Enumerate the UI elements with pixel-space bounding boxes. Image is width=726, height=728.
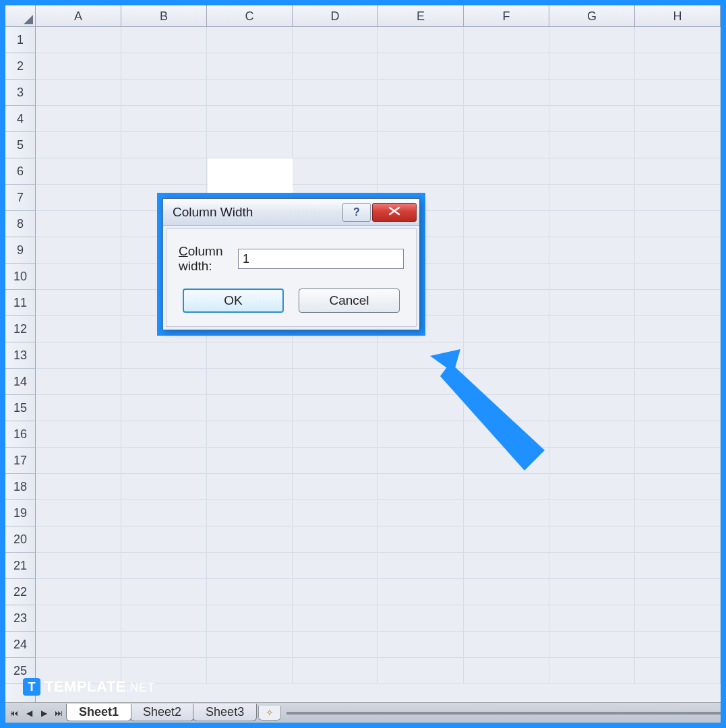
- dialog-highlight-frame: Column Width ? Column width: OK Cancel: [157, 193, 425, 336]
- spreadsheet: A B C D E F G H 1 2 3 4 5 6 7 8 9 10 11 …: [5, 5, 721, 702]
- column-header[interactable]: G: [549, 5, 635, 26]
- row-header[interactable]: 17: [5, 448, 35, 474]
- row-header[interactable]: 19: [5, 500, 35, 526]
- dialog-help-button[interactable]: ?: [342, 203, 371, 222]
- row-header[interactable]: 15: [5, 395, 35, 421]
- row-header[interactable]: 12: [5, 316, 35, 342]
- column-header[interactable]: B: [121, 5, 207, 26]
- sheet-tab-bar: ⏮ ◀ ▶ ⏭ Sheet1 Sheet2 Sheet3 ✧: [5, 702, 721, 723]
- column-width-field-row: Column width:: [179, 244, 404, 274]
- column-width-input[interactable]: [238, 249, 404, 269]
- row-header[interactable]: 22: [5, 579, 35, 605]
- tab-nav-last-icon[interactable]: ⏭: [51, 706, 66, 721]
- column-header[interactable]: D: [293, 5, 378, 26]
- sheet-tab[interactable]: Sheet2: [130, 704, 194, 721]
- column-header[interactable]: F: [464, 5, 549, 26]
- row-header[interactable]: 16: [5, 421, 35, 448]
- row-header[interactable]: 11: [5, 290, 35, 316]
- row-header[interactable]: 13: [5, 342, 35, 369]
- row-header[interactable]: 20: [5, 526, 35, 553]
- column-width-label: Column width:: [179, 244, 231, 274]
- column-width-dialog: Column Width ? Column width: OK Cancel: [162, 198, 420, 330]
- column-header[interactable]: E: [378, 5, 464, 26]
- tab-nav-buttons: ⏮ ◀ ▶ ⏭: [5, 706, 67, 721]
- row-header[interactable]: 23: [5, 605, 35, 632]
- tab-nav-prev-icon[interactable]: ◀: [22, 706, 36, 721]
- cancel-button[interactable]: Cancel: [299, 289, 400, 313]
- sheet-tab[interactable]: Sheet1: [66, 704, 131, 721]
- app-frame: A B C D E F G H 1 2 3 4 5 6 7 8 9 10 11 …: [5, 5, 721, 723]
- row-header[interactable]: 3: [5, 80, 35, 106]
- dialog-button-row: OK Cancel: [179, 289, 404, 317]
- row-header[interactable]: 21: [5, 553, 35, 579]
- active-cell-highlight: [208, 158, 293, 195]
- column-header[interactable]: A: [36, 5, 121, 26]
- dialog-titlebar[interactable]: Column Width ?: [163, 199, 419, 226]
- column-header-row: A B C D E F G H: [5, 5, 721, 27]
- tab-nav-first-icon[interactable]: ⏮: [7, 706, 22, 721]
- watermark-icon: T: [23, 678, 40, 696]
- row-header[interactable]: 24: [5, 632, 35, 658]
- row-header[interactable]: 6: [5, 158, 35, 185]
- row-header[interactable]: 8: [5, 211, 35, 237]
- close-icon: [387, 206, 402, 218]
- row-header[interactable]: 1: [5, 27, 35, 53]
- row-header[interactable]: 2: [5, 53, 35, 80]
- dialog-close-button[interactable]: [372, 203, 417, 222]
- dialog-title: Column Width: [173, 205, 342, 220]
- column-header[interactable]: C: [207, 5, 293, 26]
- row-header[interactable]: 10: [5, 264, 35, 290]
- row-header[interactable]: 4: [5, 106, 35, 132]
- tabbar-track: [286, 712, 721, 715]
- svg-marker-1: [440, 363, 545, 471]
- watermark: T TEMPLATE.NET: [23, 678, 155, 696]
- row-header[interactable]: 18: [5, 474, 35, 500]
- tab-nav-next-icon[interactable]: ▶: [36, 706, 51, 721]
- ok-button[interactable]: OK: [183, 289, 284, 313]
- watermark-text: TEMPLATE.NET: [44, 678, 155, 696]
- annotation-arrow: [423, 342, 558, 480]
- row-header[interactable]: 5: [5, 132, 35, 158]
- row-header[interactable]: 14: [5, 369, 35, 395]
- row-header-column: 1 2 3 4 5 6 7 8 9 10 11 12 13 14 15 16 1…: [5, 27, 36, 702]
- row-header[interactable]: 7: [5, 185, 35, 211]
- column-header[interactable]: H: [635, 5, 721, 26]
- row-header[interactable]: 9: [5, 237, 35, 264]
- new-sheet-icon: ✧: [266, 707, 274, 718]
- select-all-corner[interactable]: [5, 5, 36, 27]
- sheet-tab[interactable]: Sheet3: [193, 704, 257, 721]
- dialog-body: Column width: OK Cancel: [166, 229, 417, 327]
- new-sheet-button[interactable]: ✧: [258, 706, 281, 721]
- grid-body: 1 2 3 4 5 6 7 8 9 10 11 12 13 14 15 16 1…: [5, 27, 721, 702]
- cell-grid[interactable]: [36, 27, 721, 702]
